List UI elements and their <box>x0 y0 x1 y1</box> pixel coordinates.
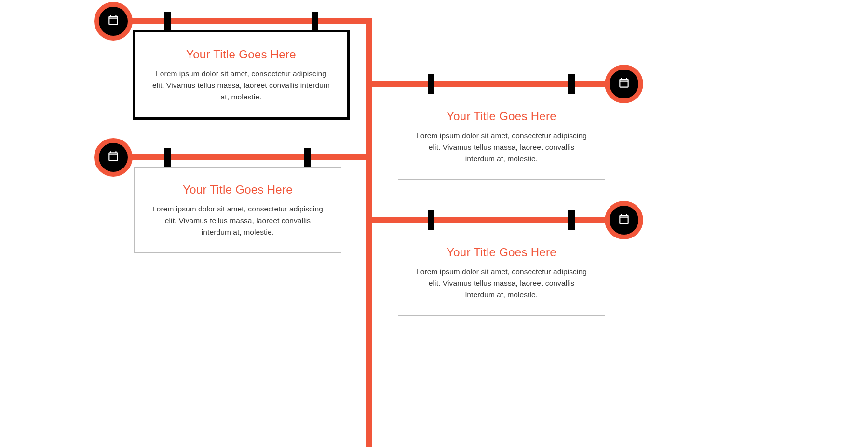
calendar-icon <box>618 213 630 227</box>
card-peg <box>568 210 575 231</box>
timeline-card-desc: Lorem ipsum dolor sit amet, consectetur … <box>415 266 588 301</box>
timeline-card-title: Your Title Goes Here <box>151 183 325 196</box>
timeline-card: Your Title Goes Here Lorem ipsum dolor s… <box>133 30 350 120</box>
card-peg <box>312 12 318 32</box>
timeline-rail <box>369 217 625 223</box>
calendar-icon <box>107 150 120 165</box>
calendar-icon <box>618 77 630 91</box>
timeline-card: Your Title Goes Here Lorem ipsum dolor s… <box>398 230 605 316</box>
card-peg <box>568 74 575 95</box>
timeline-card-title: Your Title Goes Here <box>151 48 331 61</box>
timeline-card: Your Title Goes Here Lorem ipsum dolor s… <box>398 94 605 180</box>
timeline-rail <box>112 154 369 160</box>
card-peg <box>164 148 171 168</box>
timeline-node-inner <box>99 143 128 172</box>
timeline-card-desc: Lorem ipsum dolor sit amet, consectetur … <box>151 203 325 238</box>
timeline-node <box>605 201 643 239</box>
card-peg <box>304 148 311 168</box>
timeline-card: Your Title Goes Here Lorem ipsum dolor s… <box>134 167 341 253</box>
timeline-rail <box>369 81 625 87</box>
timeline-card-desc: Lorem ipsum dolor sit amet, consectetur … <box>415 130 588 165</box>
timeline-card-title: Your Title Goes Here <box>415 110 588 123</box>
timeline-node-inner <box>610 70 638 98</box>
card-peg <box>428 74 434 95</box>
card-peg <box>428 210 434 231</box>
timeline-node <box>94 2 133 41</box>
timeline-card-title: Your Title Goes Here <box>415 246 588 259</box>
calendar-icon <box>107 14 120 28</box>
timeline-card-desc: Lorem ipsum dolor sit amet, consectetur … <box>151 68 331 103</box>
timeline-node <box>94 138 133 177</box>
timeline-node-inner <box>610 206 638 235</box>
card-peg <box>164 12 171 32</box>
timeline-node <box>605 65 643 103</box>
timeline-rail <box>112 18 369 24</box>
timeline-node-inner <box>99 7 128 36</box>
